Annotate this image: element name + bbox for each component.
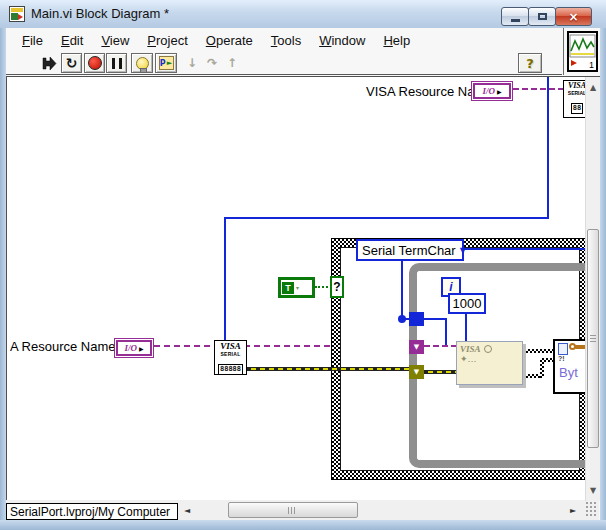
block-diagram-canvas[interactable]: VISA Resource Name I/O▶ VISA SERIAL 88 A… [6, 76, 600, 501]
menu-file[interactable]: File [14, 31, 51, 50]
terminal-arrow-icon: ▶ [139, 345, 144, 352]
window-border-bottom [0, 520, 606, 530]
run-continuously-button[interactable]: ↻ [61, 53, 82, 73]
true-value: T [282, 282, 294, 294]
toolbar-separator [563, 28, 564, 75]
step-into-icon: ↓ [187, 56, 197, 70]
visa-wait-glyph: ✦… [460, 354, 519, 365]
maximize-icon [538, 13, 547, 20]
labview-vi-icon [9, 6, 25, 22]
selector-wire-vertical[interactable] [401, 261, 403, 320]
menu-tools[interactable]: Tools [263, 31, 309, 50]
step-out-button[interactable]: ↑ [223, 53, 241, 73]
close-button[interactable]: × [555, 7, 592, 26]
bool-dropdown-icon: ▾ [296, 284, 299, 291]
status-bar: SerialPort.lvproj/My Computer ◄ ► [6, 500, 599, 520]
visa-wait-on-event-node[interactable]: VISA ✦… [456, 341, 523, 385]
vertical-scrollbar-thumb[interactable] [587, 229, 599, 448]
highlight-execution-button[interactable] [131, 53, 153, 73]
menu-view[interactable]: View [93, 31, 137, 50]
window-border-left [0, 28, 6, 520]
context-help-button[interactable]: ? [518, 53, 542, 73]
menu-project[interactable]: Project [139, 31, 195, 50]
property-name-text[interactable]: Byt [555, 362, 588, 380]
timeout-constant[interactable]: 1000 [448, 293, 486, 314]
probe-icon: P► [159, 56, 174, 70]
minimize-icon [511, 19, 520, 22]
step-over-button[interactable]: ↷ [203, 53, 221, 73]
horizontal-scrollbar-thumb[interactable] [228, 502, 358, 518]
toolbar: ↻ P► ↓ ↷ ↑ ? [6, 52, 562, 75]
window-border-right [600, 28, 606, 520]
vi-icon-pane[interactable]: 1 [567, 31, 598, 72]
step-over-icon: ↷ [207, 56, 217, 70]
seven-segment-display: 88888 [218, 364, 243, 375]
maximize-button[interactable] [528, 7, 556, 26]
numeric-wire-vertical-left[interactable] [224, 217, 226, 342]
property-warning: ?! [555, 355, 588, 362]
menu-help[interactable]: Help [375, 31, 418, 50]
case-selector-terminal[interactable]: ? [330, 276, 344, 298]
timeout-wire[interactable] [465, 314, 467, 341]
step-into-button[interactable]: ↓ [183, 53, 201, 73]
menu-operate[interactable]: Operate [198, 31, 261, 50]
numeric-wire-horizontal[interactable] [224, 217, 549, 219]
chevron-down-icon: ▼ [460, 246, 466, 255]
seven-segment-display: 88 [571, 103, 583, 114]
shift-register-arrow-icon: ▼ [414, 368, 419, 376]
retain-wire-values-button[interactable]: P► [155, 53, 177, 73]
visa-resource-name-2-terminal[interactable]: I/O▶ [114, 338, 154, 358]
menu-edit[interactable]: Edit [53, 31, 91, 50]
run-continuously-icon: ↻ [66, 56, 78, 70]
pause-icon [112, 58, 122, 69]
vi-badge-number: 1 [588, 61, 595, 70]
clock-icon [484, 345, 492, 353]
scroll-right-icon[interactable]: ► [570, 506, 576, 515]
execution-target-indicator[interactable]: SerialPort.lvproj/My Computer [6, 503, 178, 520]
window-resize-grip[interactable] [584, 502, 598, 518]
true-constant[interactable]: T ▾ [278, 277, 315, 298]
scroll-left-icon[interactable]: ◄ [184, 506, 190, 515]
document-icon [558, 343, 568, 355]
run-arrow-icon [42, 57, 57, 70]
lightbulb-icon [136, 57, 149, 70]
selector-line [462, 248, 585, 250]
abort-icon [88, 56, 102, 70]
visa-resource-name-terminal[interactable]: I/O▶ [471, 81, 513, 101]
menu-window[interactable]: Window [311, 31, 373, 50]
step-out-icon: ↑ [227, 56, 237, 70]
close-icon: × [568, 11, 578, 23]
visa-configure-serial-node[interactable]: VISA SERIAL 88888 [214, 340, 247, 375]
labview-block-diagram-window: Main.vi Block Diagram * × File Edit View… [0, 0, 606, 530]
scroll-down-icon[interactable]: ▼ [586, 486, 600, 495]
thumb-grip [590, 335, 596, 342]
vertical-scrollbar[interactable]: ▲ ▼ [585, 77, 600, 501]
thumb-grip [288, 507, 297, 514]
abort-button[interactable] [84, 53, 105, 73]
scroll-up-icon[interactable]: ▲ [586, 83, 600, 92]
title-bar[interactable]: Main.vi Block Diagram * × [0, 0, 606, 28]
visa-resource-name-2-label: A Resource Name 2 [10, 339, 126, 354]
visa-wire-top[interactable] [513, 88, 564, 90]
shift-register-error[interactable]: ▼ [409, 365, 424, 379]
case-selector-label[interactable]: Serial TermChar ▼ [356, 239, 464, 261]
loop-tunnel-blue[interactable] [409, 312, 424, 326]
menu-bar: File Edit View Project Operate Tools Win… [6, 28, 562, 52]
numeric-wire-vertical-right[interactable] [547, 77, 549, 218]
minimize-button[interactable] [501, 7, 529, 26]
error-wire-main[interactable] [247, 367, 410, 371]
help-icon: ? [526, 56, 534, 71]
shift-register-arrow-icon: ▼ [414, 343, 419, 351]
pause-button[interactable] [106, 53, 127, 73]
terminal-arrow-icon: ▶ [497, 88, 502, 95]
window-title: Main.vi Block Diagram * [31, 6, 169, 21]
shift-register-purple[interactable]: ▼ [409, 340, 424, 354]
run-button[interactable] [39, 53, 59, 73]
